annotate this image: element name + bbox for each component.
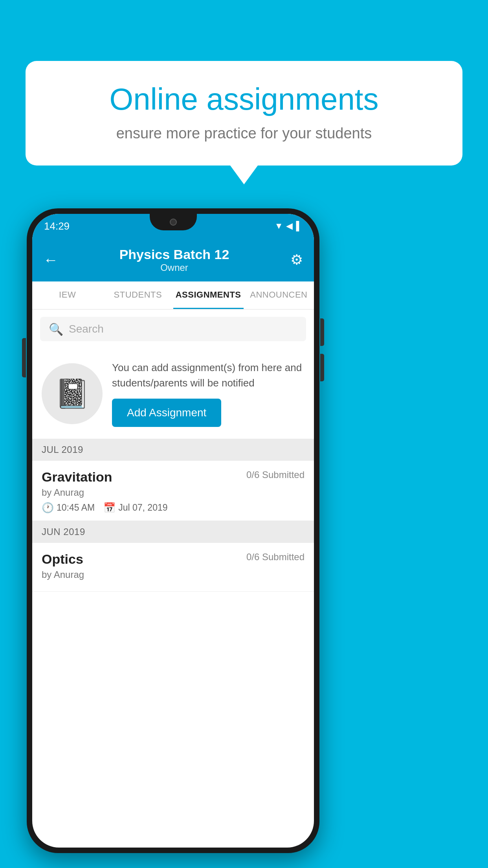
phone-frame: 14:29 ▼ ◀ ▌ ← Physics Batch 12 Owner ⚙ I… bbox=[27, 208, 319, 853]
assignment-name-optics: Optics bbox=[42, 552, 83, 567]
battery-icon: ▌ bbox=[296, 221, 302, 231]
wifi-icon: ▼ bbox=[275, 221, 283, 231]
tab-assignments[interactable]: ASSIGNMENTS bbox=[173, 281, 244, 309]
assignment-top: Gravitation 0/6 Submitted bbox=[42, 469, 305, 485]
assignment-date-gravitation: 📅 Jul 07, 2019 bbox=[103, 502, 167, 513]
tab-announcements[interactable]: ANNOUNCEN bbox=[244, 281, 314, 309]
phone-power-button bbox=[22, 338, 26, 377]
assignment-submitted-optics: 0/6 Submitted bbox=[246, 552, 305, 563]
info-content: You can add assignment(s) from here and … bbox=[112, 360, 305, 427]
add-assignment-button[interactable]: Add Assignment bbox=[112, 399, 221, 427]
assignment-date-value: Jul 07, 2019 bbox=[118, 502, 167, 513]
assignment-item-optics[interactable]: Optics 0/6 Submitted by Anurag bbox=[32, 543, 314, 592]
assignment-by-optics: by Anurag bbox=[42, 569, 305, 580]
tab-iew[interactable]: IEW bbox=[32, 281, 103, 309]
tab-students[interactable]: STUDENTS bbox=[103, 281, 173, 309]
app-bar-title-group: Physics Batch 12 Owner bbox=[58, 247, 290, 273]
assignment-name-gravitation: Gravitation bbox=[42, 469, 112, 485]
section-header-jul-2019: JUL 2019 bbox=[32, 439, 314, 461]
calendar-icon: 📅 bbox=[103, 502, 116, 513]
clock-icon: 🕐 bbox=[42, 502, 54, 513]
signal-icon: ◀ bbox=[286, 221, 293, 231]
phone-vol-up-button bbox=[320, 318, 324, 346]
info-section: 📓 You can add assignment(s) from here an… bbox=[32, 348, 314, 439]
tabs-bar: IEW STUDENTS ASSIGNMENTS ANNOUNCEN bbox=[32, 281, 314, 310]
phone-vol-down-button bbox=[320, 354, 324, 381]
speech-bubble-subtitle: ensure more practice for your students bbox=[51, 125, 437, 142]
assignment-icon-circle: 📓 bbox=[42, 363, 103, 424]
assignment-by-gravitation: by Anurag bbox=[42, 487, 305, 498]
speech-bubble-container: Online assignments ensure more practice … bbox=[26, 61, 462, 166]
app-bar-subtitle: Owner bbox=[58, 262, 290, 273]
phone-notch bbox=[150, 214, 197, 230]
back-button[interactable]: ← bbox=[43, 252, 58, 268]
assignment-time-value: 10:45 AM bbox=[57, 502, 95, 513]
search-bar-container: 🔍 Search bbox=[32, 310, 314, 348]
assignment-time-gravitation: 🕐 10:45 AM bbox=[42, 502, 95, 513]
search-icon: 🔍 bbox=[49, 322, 63, 336]
speech-bubble: Online assignments ensure more practice … bbox=[26, 61, 462, 166]
status-time: 14:29 bbox=[44, 220, 70, 232]
speech-bubble-title: Online assignments bbox=[51, 83, 437, 116]
settings-icon[interactable]: ⚙ bbox=[290, 252, 303, 268]
app-bar-title: Physics Batch 12 bbox=[58, 247, 290, 262]
info-text: You can add assignment(s) from here and … bbox=[112, 360, 305, 391]
section-header-jun-2019: JUN 2019 bbox=[32, 521, 314, 543]
status-icons: ▼ ◀ ▌ bbox=[275, 221, 302, 231]
phone-screen: 14:29 ▼ ◀ ▌ ← Physics Batch 12 Owner ⚙ I… bbox=[32, 214, 314, 848]
assignment-item-gravitation[interactable]: Gravitation 0/6 Submitted by Anurag 🕐 10… bbox=[32, 461, 314, 521]
assignment-submitted-gravitation: 0/6 Submitted bbox=[246, 469, 305, 480]
search-bar[interactable]: 🔍 Search bbox=[40, 317, 306, 341]
assignment-top-optics: Optics 0/6 Submitted bbox=[42, 552, 305, 567]
notebook-icon: 📓 bbox=[55, 377, 90, 410]
app-bar: ← Physics Batch 12 Owner ⚙ bbox=[32, 238, 314, 281]
assignment-meta-gravitation: 🕐 10:45 AM 📅 Jul 07, 2019 bbox=[42, 502, 305, 513]
search-placeholder: Search bbox=[69, 323, 104, 335]
camera-dot bbox=[170, 219, 177, 226]
